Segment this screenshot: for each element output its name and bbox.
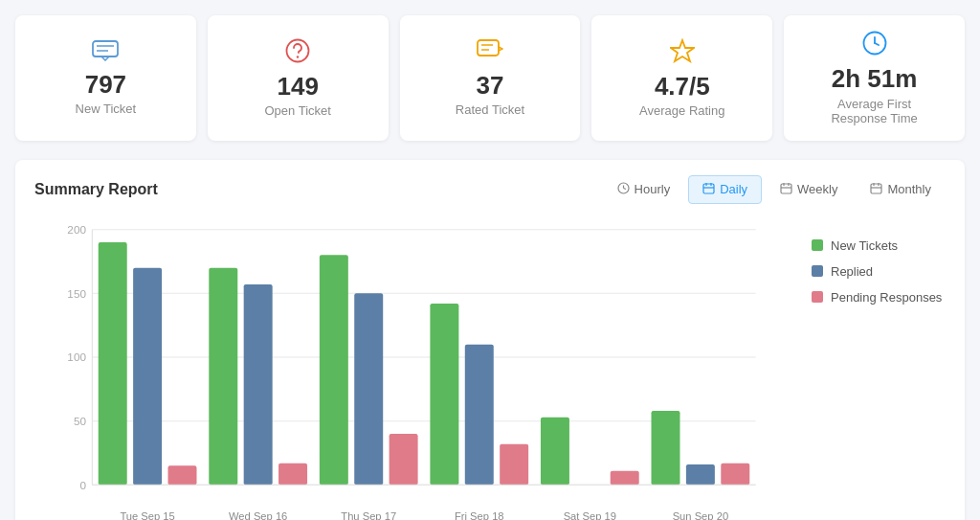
stat-icon-average-rating — [670, 38, 695, 67]
svg-rect-55 — [611, 470, 639, 485]
stat-label-rated-ticket: Rated Ticket — [456, 102, 524, 117]
stat-label-open-ticket: Open Ticket — [265, 103, 331, 118]
stat-label-new-ticket: New Ticket — [76, 102, 137, 116]
svg-line-14 — [623, 188, 626, 189]
svg-rect-42 — [244, 284, 273, 485]
tab-label-daily: Daily — [720, 182, 747, 196]
svg-text:150: 150 — [67, 286, 86, 299]
svg-rect-45 — [320, 255, 348, 485]
stat-label-response-time: Average FirstResponse Time — [831, 97, 917, 125]
tab-hourly[interactable]: Hourly — [603, 175, 685, 204]
stat-card-new-ticket: 797 New Ticket — [15, 15, 196, 141]
svg-text:0: 0 — [79, 478, 86, 490]
svg-rect-23 — [871, 184, 881, 193]
stat-label-average-rating: Average Rating — [639, 103, 724, 118]
svg-point-3 — [287, 39, 309, 61]
svg-rect-43 — [278, 463, 307, 485]
chart-legend: New TicketsRepliedPending Responses — [802, 219, 946, 520]
svg-rect-39 — [168, 465, 197, 485]
tab-weekly[interactable]: Weekly — [766, 175, 852, 204]
svg-rect-37 — [99, 242, 127, 485]
svg-rect-15 — [703, 184, 714, 193]
tab-icon-hourly — [617, 182, 630, 197]
svg-rect-51 — [500, 443, 528, 485]
legend-item-replied: Replied — [812, 264, 946, 279]
svg-marker-8 — [671, 40, 694, 61]
tab-monthly[interactable]: Monthly — [856, 175, 946, 204]
svg-rect-53 — [541, 417, 569, 485]
svg-rect-59 — [721, 463, 749, 485]
stat-icon-new-ticket — [92, 40, 119, 65]
tab-icon-monthly — [870, 182, 882, 197]
tab-label-hourly: Hourly — [635, 182, 671, 196]
period-tabs: HourlyDailyWeeklyMonthly — [603, 175, 946, 204]
legend-label-new-tickets: New Tickets — [831, 238, 898, 253]
stat-value-response-time: 2h 51m — [832, 65, 918, 93]
stat-card-open-ticket: 149 Open Ticket — [208, 15, 389, 141]
svg-text:Wed Sep 16: Wed Sep 16 — [229, 509, 287, 520]
stat-value-average-rating: 4.7/5 — [655, 73, 710, 101]
stat-value-rated-ticket: 37 — [477, 72, 504, 100]
stat-card-rated-ticket: 37 Rated Ticket — [400, 15, 581, 141]
svg-rect-50 — [465, 344, 494, 485]
tab-icon-daily — [702, 182, 715, 197]
svg-text:Fri Sep 18: Fri Sep 18 — [455, 509, 504, 520]
svg-text:100: 100 — [67, 350, 86, 363]
tab-icon-weekly — [780, 182, 792, 197]
stat-value-new-ticket: 797 — [85, 71, 126, 99]
legend-dot-replied — [812, 265, 823, 277]
svg-rect-0 — [93, 41, 118, 57]
chart-area: 050100150200Tue Sep 15Wed Sep 16Thu Sep … — [34, 219, 783, 520]
svg-rect-5 — [478, 40, 499, 56]
stat-icon-rated-ticket — [477, 39, 503, 66]
svg-point-4 — [297, 56, 299, 57]
svg-rect-41 — [209, 267, 237, 485]
svg-text:200: 200 — [67, 223, 86, 236]
tab-label-monthly: Monthly — [887, 182, 931, 196]
svg-rect-58 — [686, 464, 715, 485]
svg-text:Tue Sep 15: Tue Sep 15 — [120, 509, 174, 520]
svg-text:Sat Sep 19: Sat Sep 19 — [564, 509, 616, 520]
stat-icon-open-ticket — [285, 38, 310, 67]
report-title: Summary Report — [34, 181, 158, 198]
stat-card-average-rating: 4.7/5 Average Rating — [591, 15, 772, 141]
svg-rect-46 — [354, 293, 383, 485]
svg-rect-38 — [133, 267, 162, 485]
report-header: Summary Report HourlyDailyWeeklyMonthly — [34, 175, 946, 204]
stats-row: 797 New Ticket 149 Open Ticket 37 Rated … — [15, 15, 965, 141]
legend-dot-pending — [812, 291, 823, 303]
svg-rect-19 — [781, 184, 791, 193]
svg-rect-47 — [390, 434, 418, 485]
svg-text:Thu Sep 17: Thu Sep 17 — [341, 509, 396, 520]
svg-text:50: 50 — [74, 415, 87, 427]
report-section: Summary Report HourlyDailyWeeklyMonthly … — [15, 160, 965, 520]
legend-item-new-tickets: New Tickets — [812, 238, 946, 253]
svg-rect-57 — [652, 411, 680, 485]
tab-daily[interactable]: Daily — [688, 175, 762, 204]
legend-label-pending: Pending Responses — [831, 290, 942, 305]
svg-line-11 — [875, 43, 879, 45]
legend-dot-new-tickets — [812, 239, 823, 251]
svg-text:Sun Sep 20: Sun Sep 20 — [673, 509, 728, 520]
tab-label-weekly: Weekly — [797, 182, 837, 196]
stat-icon-response-time — [862, 31, 887, 59]
stat-value-open-ticket: 149 — [278, 73, 319, 101]
legend-item-pending: Pending Responses — [812, 290, 946, 305]
legend-label-replied: Replied — [831, 264, 873, 279]
chart-container: 050100150200Tue Sep 15Wed Sep 16Thu Sep … — [34, 219, 946, 520]
svg-rect-49 — [430, 304, 458, 485]
stat-card-response-time: 2h 51m Average FirstResponse Time — [784, 15, 965, 141]
chart-svg: 050100150200Tue Sep 15Wed Sep 16Thu Sep … — [34, 219, 783, 520]
